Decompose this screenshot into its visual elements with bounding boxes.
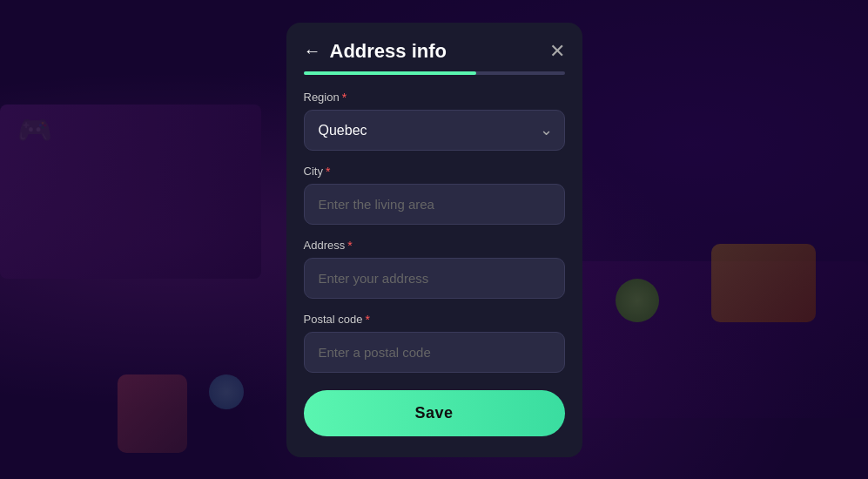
modal-header: ← Address info ✕ [286,23,582,63]
form-section: Region * Quebec Ontario British Columbia… [286,91,582,373]
city-field-group: City * [304,165,565,225]
save-button[interactable]: Save [304,390,565,436]
address-label: Address * [304,239,565,253]
back-icon: ← [304,41,321,61]
close-button[interactable]: ✕ [549,40,565,63]
region-label: Region * [304,91,565,105]
postal-input[interactable] [304,332,565,373]
postal-label: Postal code * [304,313,565,327]
address-input[interactable] [304,258,565,299]
address-required: * [347,239,352,253]
progress-bar-container [304,71,565,75]
region-select[interactable]: Quebec Ontario British Columbia Alberta … [304,110,565,151]
back-button[interactable]: ← [304,41,321,61]
city-input[interactable] [304,184,565,225]
postal-required: * [365,313,369,327]
close-icon: ✕ [549,40,565,63]
region-field-group: Region * Quebec Ontario British Columbia… [304,91,565,151]
modal-backdrop: ← Address info ✕ Region * Quebec Ontario [0,0,868,479]
city-label: City * [304,165,565,179]
address-info-modal: ← Address info ✕ Region * Quebec Ontario [286,23,582,457]
region-required: * [342,91,347,105]
progress-bar-fill [304,71,476,75]
address-field-group: Address * [304,239,565,299]
modal-title: Address info [330,40,549,63]
region-select-wrapper: Quebec Ontario British Columbia Alberta … [304,110,565,151]
city-required: * [326,165,330,179]
postal-field-group: Postal code * [304,313,565,373]
